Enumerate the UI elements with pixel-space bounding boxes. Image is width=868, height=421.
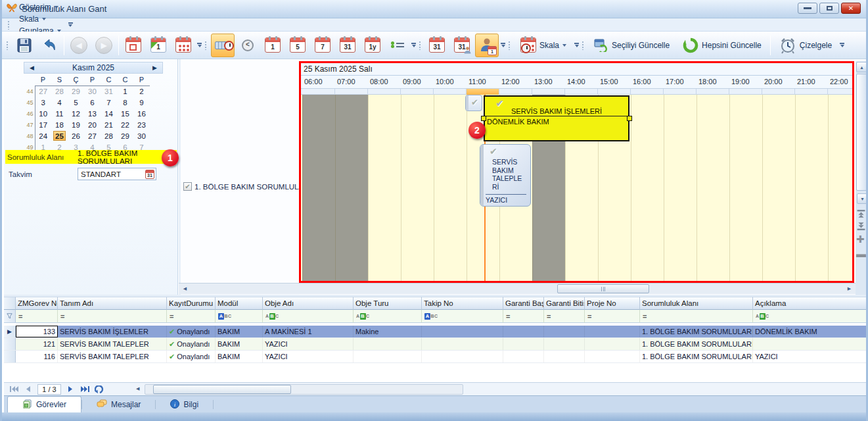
grid-cell[interactable]: YAZICI: [753, 351, 868, 362]
drag-grip[interactable]: [419, 41, 422, 50]
grid-cell[interactable]: BAKIM: [216, 338, 263, 350]
year-view-button[interactable]: 1y: [361, 34, 384, 57]
grid-cell[interactable]: [422, 338, 503, 350]
calendar-day[interactable]: 4: [51, 97, 68, 108]
grid-cell[interactable]: [753, 338, 868, 350]
grid-cell[interactable]: SERVİS BAKIM TALEPLER: [58, 351, 167, 362]
toolbar-overflow-icon[interactable]: [197, 43, 202, 47]
grid-cell[interactable]: ✔Onaylandı: [167, 338, 216, 350]
drag-grip[interactable]: [7, 20, 11, 30]
column-header-7[interactable]: Takip No: [422, 297, 503, 310]
column-header-5[interactable]: Obje Adı: [263, 297, 354, 310]
column-header-12[interactable]: Açıklama: [753, 297, 868, 310]
task-marker-box[interactable]: ✔: [465, 95, 482, 111]
gantt-horizontal-scrollbar[interactable]: ◀ ▶: [179, 283, 856, 294]
drag-grip[interactable]: [582, 41, 585, 50]
calendar-day[interactable]: 16: [133, 108, 150, 119]
column-header-9[interactable]: Garanti Bitiş: [544, 297, 585, 310]
scroll-down-icon[interactable]: ▼: [857, 193, 868, 204]
next-page-button[interactable]: [63, 384, 78, 395]
calendar-day[interactable]: 20: [84, 119, 101, 130]
task-box[interactable]: ✔ SERVİSBAKIMTALEPLERİ YAZICI: [480, 144, 531, 207]
calendar-day[interactable]: 31: [101, 86, 117, 97]
update-all-button[interactable]: Hepsini Güncelle: [677, 34, 767, 57]
calendar-day[interactable]: 22: [117, 119, 133, 130]
table-row[interactable]: 121SERVİS BAKIM TALEPLER✔OnaylandıBAKIMY…: [4, 338, 868, 351]
calendar-day[interactable]: 3: [35, 97, 51, 108]
drag-grip[interactable]: [6, 41, 9, 50]
calendar-day[interactable]: 2: [133, 86, 150, 97]
grid-cell[interactable]: YAZICI: [263, 338, 354, 350]
scroll-left-icon[interactable]: ◀: [136, 386, 139, 391]
scroll-right-icon[interactable]: ▶: [844, 284, 854, 293]
zoom-in-button[interactable]: ✚: [856, 234, 867, 245]
calendar-day[interactable]: 13: [84, 108, 101, 119]
toolbar-overflow-icon[interactable]: [840, 43, 844, 47]
vertical-scroll-thumb[interactable]: [856, 74, 867, 191]
grid-cell[interactable]: [354, 351, 422, 362]
column-header-10[interactable]: Proje No: [585, 297, 640, 310]
day-view-button[interactable]: 1: [261, 34, 285, 57]
grid-cell[interactable]: [544, 326, 585, 337]
grid-cell[interactable]: A MAKİNESİ 1: [263, 326, 354, 337]
month-mode-button[interactable]: 31: [425, 34, 449, 57]
list-view-button[interactable]: [386, 34, 409, 57]
calendar-day[interactable]: 10: [35, 108, 51, 119]
month-view-button[interactable]: 31: [336, 34, 359, 57]
schedule-button[interactable]: Çizelgele: [773, 34, 838, 57]
column-header-4[interactable]: Modül: [216, 297, 263, 310]
grid-cell[interactable]: 121: [16, 338, 58, 350]
calendar-day[interactable]: 18: [51, 119, 68, 130]
grid-cell[interactable]: BAKIM: [216, 326, 263, 337]
column-header-8[interactable]: Garanti Başla: [503, 297, 544, 310]
grid-cell[interactable]: [544, 338, 585, 350]
column-header-11[interactable]: Sorumluluk Alanı: [640, 297, 753, 310]
month-resource-button[interactable]: 31: [450, 34, 474, 57]
prev-page-button[interactable]: [21, 384, 35, 395]
maximize-button[interactable]: [819, 3, 839, 14]
grid-cell[interactable]: [503, 351, 544, 362]
calendar-day[interactable]: 26: [68, 130, 84, 141]
grid-cell[interactable]: 116: [16, 351, 58, 362]
row-selector[interactable]: [4, 338, 16, 350]
timeline-view-button[interactable]: [211, 34, 235, 57]
calendar-day[interactable]: 5: [68, 97, 84, 108]
calendar-day[interactable]: 29: [117, 130, 133, 141]
calendar-day[interactable]: 23: [133, 119, 150, 130]
save-button[interactable]: [12, 34, 36, 57]
grid-cell[interactable]: 133: [16, 326, 58, 337]
grid-cell[interactable]: Makine: [354, 326, 422, 337]
grid-cell[interactable]: 1. BÖLGE BAKIM SORUMLULARI: [640, 338, 753, 350]
column-header-6[interactable]: Obje Turu: [354, 297, 422, 310]
grid-cell[interactable]: 1. BÖLGE BAKIM SORUMLULARI: [640, 326, 753, 337]
calendar-day[interactable]: 28: [101, 130, 117, 141]
calendar-next-icon[interactable]: ▶: [152, 64, 157, 71]
workweek-view-button[interactable]: 5: [286, 34, 309, 57]
resource-view-button[interactable]: 1: [475, 34, 499, 57]
goto-today-button[interactable]: 1: [147, 34, 170, 57]
column-header-2[interactable]: Tanım Adı: [58, 297, 167, 310]
calendar-day[interactable]: 8: [117, 97, 133, 108]
calendar-picker-icon[interactable]: 31: [145, 170, 154, 179]
calendar-day[interactable]: 29: [68, 86, 84, 97]
nav-forward-button[interactable]: ▶: [92, 34, 116, 57]
tab-mesajlar[interactable]: Mesajlar: [82, 397, 155, 412]
week-view-button[interactable]: 7: [311, 34, 334, 57]
calendar-day[interactable]: 19: [68, 119, 84, 130]
filter-cell-8[interactable]: =: [503, 310, 544, 323]
collapse-all-button[interactable]: [856, 209, 867, 221]
calendar-day[interactable]: 12: [68, 108, 84, 119]
grid-cell[interactable]: [503, 326, 544, 337]
task-bar-selected[interactable]: ✔ SERVİS BAKIM İŞLEMLERİ DÖNEMLİK BAKIM: [484, 95, 629, 141]
last-page-button[interactable]: [78, 384, 92, 395]
calendar-day[interactable]: 27: [35, 86, 51, 97]
calendar-day[interactable]: 15: [117, 108, 133, 119]
filter-cell-10[interactable]: =: [585, 310, 640, 323]
calendar-selected-day[interactable]: 25: [53, 131, 66, 141]
toolbar-overflow-icon[interactable]: [574, 43, 579, 47]
filter-cell-2[interactable]: =: [58, 310, 167, 323]
grid-cell[interactable]: SERVİS BAKIM TALEPLER: [58, 338, 167, 350]
menu-item-gösterim[interactable]: Gösterim: [13, 1, 67, 13]
takvim-value[interactable]: STANDART 31: [78, 168, 156, 180]
table-row[interactable]: ▶133SERVİS BAKIM İŞLEMLER✔OnaylandıBAKIM…: [4, 326, 868, 338]
